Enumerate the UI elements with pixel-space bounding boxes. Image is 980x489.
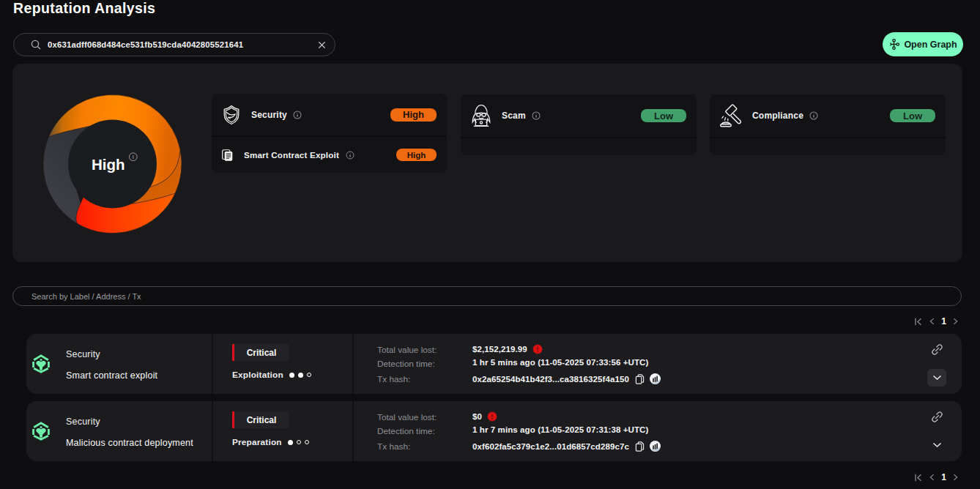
svg-text:High: High — [92, 156, 125, 173]
svg-text:i: i — [133, 154, 134, 160]
